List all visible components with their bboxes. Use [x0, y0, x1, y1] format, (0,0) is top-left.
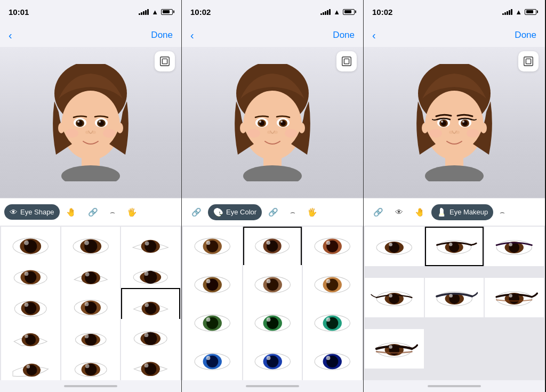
phone-panel-1: 10:01 ▲ ‹ Done [0, 0, 182, 392]
eye-makeup-option-3-1[interactable] [365, 227, 424, 266]
tool-eye-shape-1[interactable]: 👁 Eye Shape [4, 204, 60, 220]
svg-point-49 [84, 302, 89, 307]
svg-point-92 [240, 123, 246, 133]
eye-option-1-13[interactable] [1, 349, 60, 380]
eye-color-option-2-8[interactable] [243, 303, 302, 343]
svg-rect-75 [344, 59, 349, 63]
eye-makeup-option-3-7[interactable] [365, 329, 424, 369]
svg-point-88 [267, 131, 271, 134]
eye-shape-icon-3: 👁 [395, 207, 403, 217]
preview-button-3[interactable] [518, 51, 539, 71]
eye-color-option-2-2[interactable] [243, 227, 302, 266]
eye-color-option-2-3[interactable] [303, 227, 362, 266]
tool-eyebrow-1[interactable]: 🤚 [61, 204, 82, 220]
eye-option-1-15[interactable] [121, 349, 180, 380]
tool-eyebrow-3[interactable]: 🤚 [410, 204, 430, 220]
tool-bag-2[interactable]: 🖐 [302, 204, 323, 220]
preview-button-1[interactable] [155, 51, 175, 71]
back-button-3[interactable]: ‹ [372, 29, 376, 42]
status-icons-1: ▲ [139, 8, 173, 16]
done-button-2[interactable]: Done [333, 30, 355, 41]
tool-lashes-3[interactable]: 🔗 [368, 204, 389, 220]
svg-point-73 [144, 364, 149, 368]
svg-point-5 [61, 165, 120, 181]
svg-point-90 [247, 129, 260, 138]
tool-eye-color-2[interactable]: 🎨 Eye Color [208, 204, 262, 220]
svg-point-141 [326, 356, 331, 360]
eye-option-1-14[interactable] [61, 349, 121, 380]
svg-point-117 [326, 279, 331, 283]
svg-point-16 [66, 129, 78, 138]
svg-point-45 [25, 303, 29, 307]
phone-panel-3: 10:02 ▲ ‹ Done [364, 0, 545, 392]
eye-color-option-2-9[interactable] [303, 303, 362, 343]
svg-point-13 [99, 121, 101, 123]
back-button-2[interactable]: ‹ [190, 29, 194, 42]
eye-color-option-2-1[interactable] [183, 227, 242, 266]
eye-color-option-2-10[interactable] [183, 342, 242, 380]
preview-button-2[interactable] [336, 51, 357, 71]
avatar-face-2 [224, 64, 320, 181]
back-button-1[interactable]: ‹ [9, 29, 12, 42]
eye-color-option-2-12[interactable] [303, 342, 362, 380]
wifi-icon-3: ▲ [515, 8, 522, 16]
tool-lashes-2[interactable]: 🔗 [186, 204, 207, 220]
lashes-icon-3: 🔗 [373, 207, 383, 217]
svg-point-3 [61, 91, 120, 160]
svg-point-19 [117, 123, 123, 133]
eye-makeup-option-3-6[interactable] [485, 278, 544, 317]
done-button-3[interactable]: Done [515, 30, 536, 41]
svg-point-23 [24, 241, 29, 245]
svg-point-89 [274, 131, 278, 134]
link-icon-2: 🔗 [268, 207, 278, 217]
eye-color-option-2-11[interactable] [243, 342, 302, 380]
svg-point-15 [92, 131, 96, 134]
eye-color-option-2-5[interactable] [243, 265, 302, 305]
nav-bar-1: ‹ Done [0, 23, 181, 47]
svg-point-52 [144, 303, 148, 307]
svg-point-165 [389, 243, 392, 246]
phone-panel-2: 10:02 ▲ ‹ Done [182, 0, 364, 392]
eye-color-option-2-4[interactable] [183, 265, 242, 305]
eye-makeup-option-3-5[interactable] [425, 278, 484, 317]
avatar-area-3 [364, 47, 545, 198]
tool-bag-1[interactable]: 🖐 [122, 204, 142, 220]
svg-point-151 [441, 121, 443, 123]
battery-icon-1 [161, 9, 173, 15]
tool-eye-shape-3[interactable]: 👁 [390, 204, 408, 220]
eye-color-option-2-7[interactable] [183, 303, 242, 343]
tool-eye-makeup-3[interactable]: 💄 Eye Makeup [431, 204, 493, 220]
eye-makeup-option-3-4[interactable] [365, 278, 424, 317]
svg-point-93 [299, 123, 305, 133]
svg-point-14 [85, 131, 90, 134]
eye-makeup-option-3-3[interactable] [485, 227, 544, 266]
svg-point-137 [266, 356, 270, 360]
eye-color-option-2-6[interactable] [303, 265, 362, 305]
eye-options-grid-2 [182, 226, 363, 380]
tool-lashes-1[interactable]: 🔗 [83, 204, 103, 220]
svg-point-113 [266, 279, 270, 283]
tool-lid-2[interactable]: ⌢ [285, 204, 301, 220]
eye-makeup-option-3-2[interactable] [425, 227, 484, 266]
tool-lid-1[interactable]: ⌢ [105, 204, 121, 220]
done-button-1[interactable]: Done [151, 30, 173, 41]
svg-point-79 [243, 165, 302, 181]
svg-point-9 [77, 121, 79, 123]
svg-point-66 [27, 365, 30, 369]
toolbar-1: 👁 Eye Shape 🤚 🔗 ⌢ 🖐 [0, 198, 181, 226]
svg-point-55 [25, 334, 28, 338]
tool-link-2[interactable]: 🔗 [263, 204, 284, 220]
svg-point-158 [429, 129, 442, 138]
svg-point-105 [326, 241, 331, 245]
signal-icon-3 [502, 9, 512, 15]
nav-bar-3: ‹ Done [364, 23, 545, 47]
toolbar-3: 🔗 👁 🤚 💄 Eye Makeup ⌢ [364, 198, 545, 226]
tool-lid-3[interactable]: ⌢ [494, 204, 510, 220]
svg-point-41 [144, 271, 149, 276]
svg-point-109 [206, 279, 211, 283]
svg-point-173 [509, 243, 513, 246]
svg-point-83 [259, 121, 261, 123]
tool-eye-makeup-label-3: Eye Makeup [449, 208, 488, 216]
signal-icon-1 [139, 9, 149, 15]
svg-point-181 [449, 294, 453, 298]
